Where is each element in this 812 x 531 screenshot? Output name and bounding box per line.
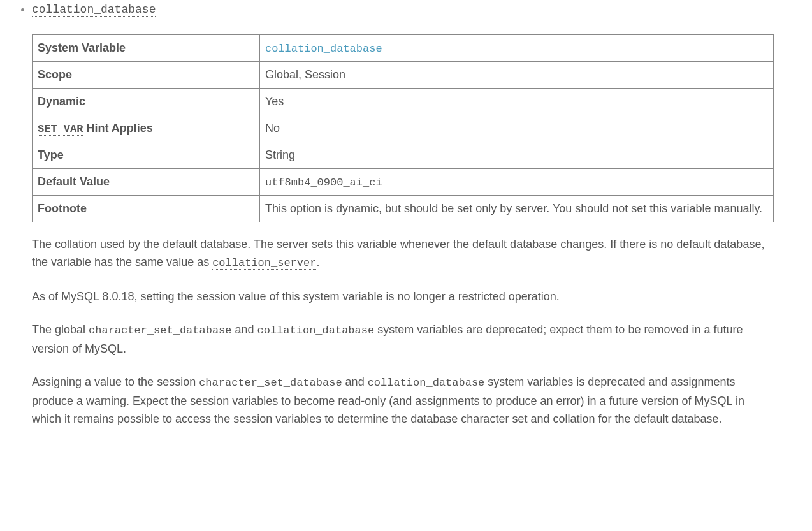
variable-list-item: collation_database System Variablecollat…: [32, 0, 774, 428]
variable-name: collation_database: [32, 3, 156, 17]
link-character-set-database[interactable]: character_set_database: [199, 375, 342, 388]
text: .: [316, 256, 319, 268]
property-label: Scope: [33, 61, 260, 88]
text: and: [342, 375, 368, 388]
link-collation-server[interactable]: collation_server: [212, 256, 316, 268]
property-table-body: System Variablecollation_databaseScopeGl…: [33, 34, 774, 222]
paragraph-4: Assigning a value to the session charact…: [32, 373, 774, 428]
property-value: collation_database: [260, 34, 774, 61]
property-label: SET_VAR Hint Applies: [33, 115, 260, 142]
text: The global: [32, 323, 89, 336]
property-value: No: [260, 115, 774, 142]
text: and: [232, 323, 257, 336]
table-row: Default Valueutf8mb4_0900_ai_ci: [33, 168, 774, 195]
property-value-code: utf8mb4_0900_ai_ci: [265, 177, 382, 189]
property-value: Global, Session: [260, 61, 774, 88]
property-value: String: [260, 142, 774, 168]
property-label: Default Value: [33, 168, 260, 195]
variable-anchor[interactable]: collation_database: [32, 3, 156, 15]
text: Assigning a value to the session: [32, 375, 199, 388]
table-row: FootnoteThis option is dynamic, but shou…: [33, 195, 774, 222]
table-row: SET_VAR Hint AppliesNo: [33, 115, 774, 142]
text: Hint Applies: [83, 122, 152, 135]
property-label: System Variable: [33, 34, 260, 61]
paragraph-3: The global character_set_database and co…: [32, 321, 774, 358]
link-character-set-database[interactable]: character_set_database: [89, 323, 231, 336]
property-value: utf8mb4_0900_ai_ci: [260, 168, 774, 195]
property-value: This option is dynamic, but should be se…: [260, 195, 774, 222]
property-value: Yes: [260, 88, 774, 115]
property-label: Dynamic: [33, 88, 260, 115]
link-collation-database[interactable]: collation_database: [257, 323, 375, 336]
table-row: System Variablecollation_database: [33, 34, 774, 61]
property-value-link[interactable]: collation_database: [265, 41, 382, 54]
property-label: Type: [33, 142, 260, 168]
text: The collation used by the default databa…: [32, 238, 764, 269]
table-row: TypeString: [33, 142, 774, 168]
table-row: DynamicYes: [33, 88, 774, 115]
paragraph-2: As of MySQL 8.0.18, setting the session …: [32, 287, 774, 306]
property-table: System Variablecollation_databaseScopeGl…: [32, 34, 774, 222]
variable-list: collation_database System Variablecollat…: [38, 0, 774, 428]
table-row: ScopeGlobal, Session: [33, 61, 774, 88]
set-var-code: SET_VAR: [38, 123, 83, 136]
property-label: Footnote: [33, 195, 260, 222]
link-collation-database[interactable]: collation_database: [368, 375, 485, 388]
paragraph-1: The collation used by the default databa…: [32, 235, 774, 272]
